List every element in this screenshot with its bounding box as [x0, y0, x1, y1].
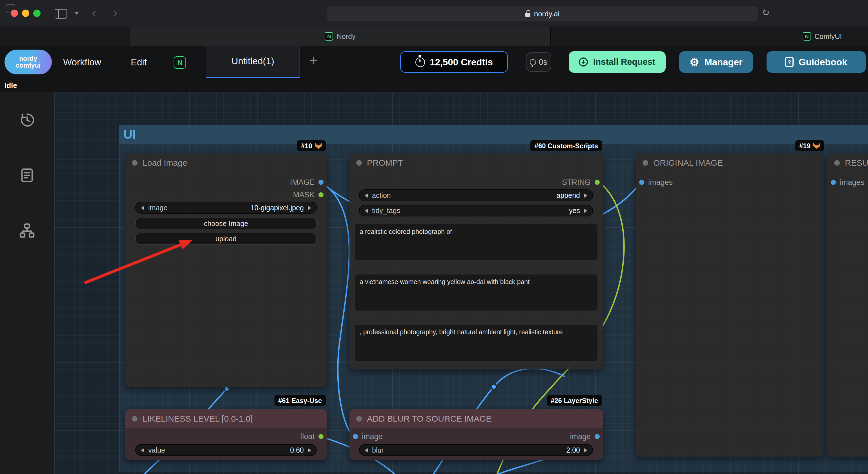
node-header[interactable]: ADD BLUR TO SOURCE IMAGE	[349, 409, 603, 428]
node-header[interactable]: RESULT	[828, 153, 868, 172]
increment-icon[interactable]	[584, 448, 587, 452]
menu-edit[interactable]: Edit	[131, 54, 147, 70]
collapse-dot-icon[interactable]	[356, 160, 362, 165]
increment-icon[interactable]	[308, 206, 311, 210]
tab-nordy[interactable]: N Nordy	[130, 27, 551, 46]
node-header[interactable]: LIKELINESS LEVEL [0.0-1.0]	[125, 409, 327, 428]
workflow-graph-icon[interactable]	[19, 222, 35, 239]
input-dot-icon[interactable]	[353, 434, 358, 439]
install-request-button[interactable]: Install Request	[569, 51, 665, 73]
output-dot-icon[interactable]	[318, 192, 323, 197]
increment-icon[interactable]	[584, 208, 587, 213]
output-dot-icon[interactable]	[318, 180, 323, 185]
forward-button[interactable]: ›	[113, 5, 118, 21]
collapse-dot-icon[interactable]	[643, 160, 648, 165]
manager-button[interactable]: ⚙ Manager	[679, 51, 753, 73]
chevron-down-icon[interactable]	[74, 12, 79, 14]
guidebook-button[interactable]: ? Guidebook	[767, 51, 866, 73]
prompt-textarea-3[interactable]: , professional photography, bright natur…	[355, 325, 597, 361]
status-row	[0, 78, 868, 92]
address-bar[interactable]: nordy.ai	[327, 6, 758, 22]
node-result[interactable]: RESULT images	[828, 153, 868, 456]
output-float-slot[interactable]: float	[300, 432, 323, 441]
timer-label: 0s	[539, 58, 548, 66]
node-add-blur[interactable]: ADD BLUR TO SOURCE IMAGE image image blu…	[349, 409, 603, 460]
collapse-dot-icon[interactable]	[132, 160, 137, 165]
url-text: nordy.ai	[534, 9, 560, 18]
fox-icon	[813, 143, 820, 149]
page-settings-icon[interactable]	[6, 4, 15, 12]
node-load-image[interactable]: Load Image IMAGE MASK image 10-gigapixel…	[125, 153, 327, 387]
tab-nordy-label: Nordy	[337, 32, 355, 40]
output-dot-icon[interactable]	[595, 434, 600, 439]
credits-button[interactable]: 12,500 Credtis	[400, 51, 508, 73]
decrement-icon[interactable]	[365, 448, 368, 452]
badge-layer-style: #26 LayerStyle	[547, 395, 602, 406]
input-images-slot[interactable]: images	[639, 178, 673, 187]
minimize-window-button[interactable]	[22, 9, 29, 17]
upload-button[interactable]: upload	[135, 233, 317, 245]
decrement-icon[interactable]	[365, 208, 368, 213]
increment-icon[interactable]	[584, 193, 587, 197]
output-image-slot[interactable]: image	[570, 432, 600, 441]
output-mask-slot[interactable]: MASK	[293, 190, 323, 199]
menu-workflow[interactable]: Workflow	[63, 54, 101, 70]
ui-group-title: UI	[123, 127, 136, 142]
tab-comfyui[interactable]: N ComfyUI	[803, 27, 842, 46]
decrement-icon[interactable]	[365, 193, 368, 197]
decrement-icon[interactable]	[141, 206, 144, 210]
prompt-textarea-2[interactable]: a vietnamese women wearing yellow ao-dai…	[355, 275, 597, 311]
input-dot-icon[interactable]	[831, 180, 836, 185]
back-button[interactable]: ‹	[92, 5, 96, 21]
credits-label: 12,500 Credtis	[430, 57, 493, 67]
node-original-image[interactable]: ORIGINAL IMAGE images	[636, 153, 824, 456]
input-image-slot[interactable]: image	[353, 432, 383, 441]
badge-original-image: #19	[795, 140, 824, 151]
new-workflow-tab-button[interactable]: +	[309, 52, 318, 69]
sidebar-toggle-icon[interactable]	[55, 9, 67, 19]
node-header[interactable]: ORIGINAL IMAGE	[636, 153, 824, 172]
choose-image-button[interactable]: choose Image	[135, 218, 317, 229]
tidy-tags-combo-widget[interactable]: tidy_tags yes	[359, 204, 593, 216]
screenshot-viewport: ‹ › nordy.ai ↻ N Nordy N ComfyUI nordy c…	[0, 0, 868, 474]
output-dot-icon[interactable]	[595, 180, 600, 185]
collapse-dot-icon[interactable]	[132, 416, 137, 421]
logo-line1: nordy	[19, 55, 37, 62]
node-likeliness-level[interactable]: LIKELINESS LEVEL [0.0-1.0] float value 0…	[125, 409, 327, 460]
output-string-slot[interactable]: STRING	[562, 178, 600, 187]
manager-label: Manager	[704, 57, 743, 67]
blur-combo-widget[interactable]: blur 2.00	[359, 444, 593, 456]
decrement-icon[interactable]	[141, 448, 144, 452]
n-app-icon[interactable]: N	[174, 56, 186, 69]
prompt-textarea-1[interactable]: a realistic colored photograph of	[355, 224, 597, 260]
node-header[interactable]: PROMPT	[349, 153, 603, 172]
collapse-dot-icon[interactable]	[356, 416, 362, 421]
collapse-dot-icon[interactable]	[834, 160, 840, 165]
image-combo-widget[interactable]: image 10-gigapixel.jpeg	[135, 202, 317, 214]
stopwatch-icon	[415, 57, 425, 67]
value-combo-widget[interactable]: value 0.60	[135, 444, 317, 456]
increment-icon[interactable]	[308, 448, 311, 452]
zoom-window-button[interactable]	[33, 9, 40, 17]
output-dot-icon[interactable]	[318, 434, 323, 439]
badge-custom-scripts: #60 Custom-Scripts	[531, 140, 602, 151]
node-prompt[interactable]: PROMPT STRING action append tidy_tags ye…	[349, 153, 603, 369]
timer-button[interactable]: 0s	[526, 53, 551, 71]
workflow-tab-untitled[interactable]: Untitled(1)	[206, 46, 300, 77]
ui-group-header[interactable]: UI	[119, 125, 868, 144]
install-request-label: Install Request	[593, 57, 655, 67]
input-dot-icon[interactable]	[639, 180, 644, 185]
input-images-slot[interactable]: images	[831, 178, 864, 187]
reload-icon[interactable]: ↻	[762, 7, 770, 18]
nordy-comfyui-logo[interactable]: nordy comfyui	[4, 50, 52, 74]
download-cloud-icon	[579, 58, 588, 66]
comfyui-favicon: N	[803, 32, 811, 40]
browser-toolbar: ‹ › nordy.ai ↻	[0, 0, 868, 27]
log-document-icon[interactable]	[19, 167, 35, 184]
nordy-favicon: N	[325, 32, 333, 40]
tool-sidebar	[0, 92, 55, 474]
node-header[interactable]: Load Image	[125, 153, 327, 172]
history-icon[interactable]	[19, 112, 35, 128]
action-combo-widget[interactable]: action append	[359, 189, 593, 201]
output-image-slot[interactable]: IMAGE	[290, 178, 323, 187]
